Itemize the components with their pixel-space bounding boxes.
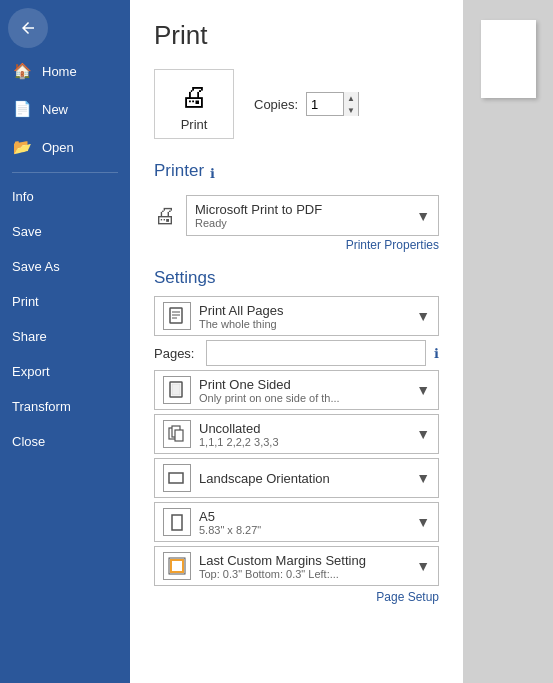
printer-info-row: 🖨 Microsoft Print to PDF Ready ▼ xyxy=(154,195,439,236)
setting-label-pages: Print All Pages xyxy=(199,303,408,318)
sidebar-item-save-as[interactable]: Save As xyxy=(0,249,130,284)
setting-label-orientation: Landscape Orientation xyxy=(199,471,408,486)
sidebar-label-info: Info xyxy=(12,189,34,204)
setting-label-margins: Last Custom Margins Setting xyxy=(199,553,408,568)
printer-properties-link[interactable]: Printer Properties xyxy=(154,238,439,252)
margins-icon xyxy=(163,552,191,580)
home-icon: 🏠 xyxy=(12,62,32,80)
printer-status: Ready xyxy=(195,217,410,229)
sidebar-item-home[interactable]: 🏠 Home xyxy=(0,52,130,90)
page-title: Print xyxy=(154,20,439,51)
paper-dropdown-arrow: ▼ xyxy=(416,514,430,530)
copies-up-button[interactable]: ▲ xyxy=(344,92,358,104)
sidebar-item-transform[interactable]: Transform xyxy=(0,389,130,424)
setting-label-collated: Uncollated xyxy=(199,421,408,436)
copies-label: Copies: xyxy=(254,97,298,112)
paper-icon xyxy=(163,508,191,536)
sidebar-item-close[interactable]: Close xyxy=(0,424,130,459)
sidebar-item-export[interactable]: Export xyxy=(0,354,130,389)
sidebar-label-new: New xyxy=(42,102,68,117)
printer-dropdown-content: Microsoft Print to PDF Ready xyxy=(195,202,410,229)
copies-spinner: ▲ ▼ xyxy=(343,92,358,116)
pages-info-icon: ℹ xyxy=(434,346,439,361)
printer-dropdown[interactable]: Microsoft Print to PDF Ready ▼ xyxy=(186,195,439,236)
sidebar-item-info[interactable]: Info xyxy=(0,179,130,214)
setting-content-collated: Uncollated 1,1,1 2,2,2 3,3,3 xyxy=(199,421,408,448)
svg-rect-12 xyxy=(171,560,183,572)
sidebar-label-open: Open xyxy=(42,140,74,155)
sidebar-divider xyxy=(12,172,118,173)
pages-input-label: Pages: xyxy=(154,346,198,361)
sidebar-label-export: Export xyxy=(12,364,50,379)
new-icon: 📄 xyxy=(12,100,32,118)
sidebar-label-transform: Transform xyxy=(12,399,71,414)
setting-label-sides: Print One Sided xyxy=(199,377,408,392)
setting-row-orientation[interactable]: Landscape Orientation ▼ xyxy=(154,458,439,498)
printer-section-header: Printer xyxy=(154,161,204,181)
printer-section: Printer ℹ 🖨 Microsoft Print to PDF Ready… xyxy=(154,157,439,252)
sidebar-label-home: Home xyxy=(42,64,77,79)
preview-panel xyxy=(463,0,553,683)
sidebar-label-save: Save xyxy=(12,224,42,239)
print-button[interactable]: 🖨 Print xyxy=(154,69,234,139)
setting-row-collated[interactable]: Uncollated 1,1,1 2,2,2 3,3,3 ▼ xyxy=(154,414,439,454)
setting-content-paper: A5 5.83" x 8.27" xyxy=(199,509,408,536)
setting-content-orientation: Landscape Orientation xyxy=(199,471,408,486)
copies-down-button[interactable]: ▼ xyxy=(344,104,358,116)
setting-row-paper[interactable]: A5 5.83" x 8.27" ▼ xyxy=(154,502,439,542)
open-icon: 📂 xyxy=(12,138,32,156)
svg-rect-9 xyxy=(169,473,183,483)
copies-input-wrap: ▲ ▼ xyxy=(306,92,359,116)
setting-content-sides: Print One Sided Only print on one side o… xyxy=(199,377,408,404)
sidebar-item-share[interactable]: Share xyxy=(0,319,130,354)
setting-content-margins: Last Custom Margins Setting Top: 0.3" Bo… xyxy=(199,553,408,580)
setting-sub-paper: 5.83" x 8.27" xyxy=(199,524,408,536)
pages-icon xyxy=(163,302,191,330)
sides-icon xyxy=(163,376,191,404)
sidebar-nav: 🏠 Home 📄 New 📂 Open Info Save Save As Pr… xyxy=(0,52,130,683)
collate-icon xyxy=(163,420,191,448)
printer-info-icon: ℹ xyxy=(210,166,215,181)
setting-sub-sides: Only print on one side of th... xyxy=(199,392,408,404)
settings-section: Settings Print All Pages The whole thing… xyxy=(154,268,439,604)
sidebar-item-new[interactable]: 📄 New xyxy=(0,90,130,128)
collated-dropdown-arrow: ▼ xyxy=(416,426,430,442)
sidebar-item-open[interactable]: 📂 Open xyxy=(0,128,130,166)
svg-rect-8 xyxy=(175,430,183,441)
page-setup-link[interactable]: Page Setup xyxy=(154,590,439,604)
settings-section-header: Settings xyxy=(154,268,439,288)
svg-rect-10 xyxy=(172,515,182,530)
main-content: Print 🖨 Print Copies: ▲ ▼ Printer ℹ 🖨 xyxy=(130,0,463,683)
print-top-row: 🖨 Print Copies: ▲ ▼ xyxy=(154,69,439,139)
pages-input[interactable] xyxy=(206,340,426,366)
setting-sub-pages: The whole thing xyxy=(199,318,408,330)
orientation-dropdown-arrow: ▼ xyxy=(416,470,430,486)
sidebar-label-share: Share xyxy=(12,329,47,344)
svg-rect-5 xyxy=(172,384,180,395)
setting-row-sides[interactable]: Print One Sided Only print on one side o… xyxy=(154,370,439,410)
setting-content-pages: Print All Pages The whole thing xyxy=(199,303,408,330)
copies-input[interactable] xyxy=(307,93,343,115)
orientation-icon xyxy=(163,464,191,492)
setting-row-pages[interactable]: Print All Pages The whole thing ▼ xyxy=(154,296,439,336)
setting-row-margins[interactable]: Last Custom Margins Setting Top: 0.3" Bo… xyxy=(154,546,439,586)
printer-name: Microsoft Print to PDF xyxy=(195,202,410,217)
setting-label-paper: A5 xyxy=(199,509,408,524)
preview-page xyxy=(481,20,536,98)
margins-dropdown-arrow: ▼ xyxy=(416,558,430,574)
setting-sub-collated: 1,1,1 2,2,2 3,3,3 xyxy=(199,436,408,448)
sidebar-item-print[interactable]: Print xyxy=(0,284,130,319)
sides-dropdown-arrow: ▼ xyxy=(416,382,430,398)
print-button-label: Print xyxy=(181,117,208,132)
setting-sub-margins: Top: 0.3" Bottom: 0.3" Left:... xyxy=(199,568,408,580)
pages-dropdown-arrow: ▼ xyxy=(416,308,430,324)
printer-device-icon: 🖨 xyxy=(154,203,176,229)
sidebar-label-close: Close xyxy=(12,434,45,449)
back-button[interactable] xyxy=(8,8,48,48)
sidebar: 🏠 Home 📄 New 📂 Open Info Save Save As Pr… xyxy=(0,0,130,683)
printer-icon: 🖨 xyxy=(180,80,208,113)
printer-dropdown-arrow: ▼ xyxy=(416,208,430,224)
sidebar-label-print: Print xyxy=(12,294,39,309)
copies-row: Copies: ▲ ▼ xyxy=(254,92,359,116)
sidebar-item-save[interactable]: Save xyxy=(0,214,130,249)
